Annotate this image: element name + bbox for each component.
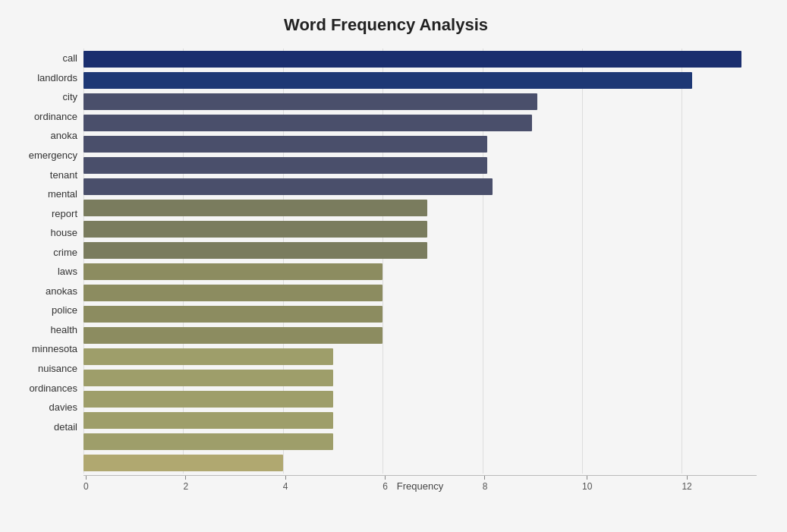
bar-row [83,346,757,367]
x-tick-label: 12 [682,481,691,492]
bar-row [83,367,757,389]
y-label: nuisance [38,359,77,379]
y-label: ordinances [29,378,77,398]
x-tick-label: 6 [382,481,388,492]
bar [83,93,537,110]
bars-and-xaxis: 024681012 Frequency [83,49,757,459]
x-tick-line [484,476,485,480]
y-label: mental [48,184,77,204]
y-label: health [51,320,77,340]
bar-row [83,325,757,346]
y-label: city [63,87,78,107]
bar-row [83,219,757,240]
y-label: crime [53,242,77,262]
bar-row [83,240,757,261]
x-tick: 2 [183,476,188,492]
bar-row [83,389,757,410]
chart-area: calllandlordscityordinanceanokaemergency… [15,49,757,459]
bar-row [83,197,757,219]
bar-row [83,176,757,197]
x-tick-label: 8 [483,481,488,492]
bar [83,348,333,365]
y-label: laws [58,262,77,282]
bars-area [83,49,757,474]
y-label: minnesota [32,339,77,359]
bar [83,433,333,450]
bar-row [83,410,757,431]
x-tick-line [587,476,587,480]
y-label: police [52,301,77,320]
bar-row [83,431,757,452]
y-labels: calllandlordscityordinanceanokaemergency… [15,49,83,459]
bar [83,242,427,259]
bar [83,178,493,195]
x-tick: 6 [382,476,388,492]
chart-container: Word Frequency Analysis calllandlordscit… [0,0,787,532]
bar [83,136,487,153]
x-tick-label: 10 [582,481,592,492]
bar-row [83,261,757,282]
bar-row [83,91,757,112]
x-tick-line [185,476,186,480]
y-label: anoka [51,126,77,146]
bar [83,72,692,89]
x-tick: 4 [283,476,288,492]
bar [83,115,532,131]
x-tick: 0 [83,476,89,492]
bar [83,412,333,429]
bar-row [83,452,757,474]
y-label: davies [49,398,77,417]
y-label: emergency [29,146,77,165]
bar [83,221,427,238]
x-tick-label: 0 [83,481,89,492]
bar [83,200,427,216]
x-tick-label: 2 [183,481,188,492]
x-axis: 024681012 [83,475,757,476]
chart-title: Word Frequency Analysis [15,15,757,35]
bar-row [83,282,757,304]
x-tick: 8 [483,476,488,492]
y-label: house [51,223,77,243]
x-tick: 12 [682,476,691,492]
bar-row [83,155,757,176]
bar-row [83,304,757,325]
bar [83,306,382,323]
y-label: call [62,49,77,68]
y-label: landlords [37,68,77,88]
y-label: detail [54,417,77,436]
bar [83,327,382,344]
y-label: report [52,203,77,223]
x-tick-line [687,476,688,480]
x-tick-label: 4 [283,481,288,492]
bar [83,455,283,471]
bar [83,391,333,408]
y-label: ordinance [34,107,77,127]
bar [83,51,741,68]
bar-row [83,70,757,91]
x-tick-line [285,476,286,480]
x-tick: 10 [582,476,592,492]
x-tick-line [86,476,87,480]
x-tick-line [385,476,386,480]
y-label: tenant [50,165,77,184]
bar [83,157,487,174]
bar [83,370,333,386]
bar-row [83,112,757,134]
bar-row [83,49,757,70]
bar-row [83,134,757,155]
bar [83,285,382,301]
y-label: anokas [46,282,77,301]
bar [83,263,382,280]
